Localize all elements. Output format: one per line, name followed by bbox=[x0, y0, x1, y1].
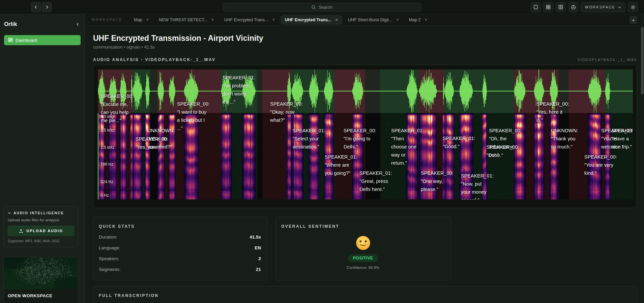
open-workspace-label: OPEN WORKSPACE bbox=[4, 289, 78, 298]
close-icon[interactable]: × bbox=[396, 18, 399, 22]
settings-button[interactable] bbox=[628, 2, 638, 12]
close-icon[interactable]: × bbox=[146, 18, 149, 22]
stat-row: Duration:41.5s bbox=[99, 231, 261, 242]
tab-5[interactable]: UHF Short-Burst Digit...× bbox=[344, 16, 403, 24]
app-name: Orlik bbox=[4, 21, 17, 28]
close-icon[interactable]: × bbox=[272, 18, 275, 22]
stat-label: Segments: bbox=[99, 267, 121, 272]
main-area: WORKSPACE Map×NEW THREAT DETECT...×UHF E… bbox=[85, 14, 641, 303]
grid-icon bbox=[546, 5, 551, 9]
sentiment-title: OVERALL SENTIMENT bbox=[281, 224, 445, 229]
stat-value: 41.5s bbox=[250, 235, 261, 240]
sentiment-badge: POSITIVE bbox=[348, 254, 378, 262]
sentiment-panel: OVERALL SENTIMENT POSITIVE bbox=[275, 217, 451, 280]
stat-label: Language: bbox=[99, 245, 120, 250]
stat-row: Language:EN bbox=[99, 242, 261, 253]
chevron-left-icon bbox=[76, 22, 80, 26]
search-input[interactable]: Search bbox=[223, 3, 421, 12]
tab-3[interactable]: UHF Encrypted Trans...× bbox=[220, 16, 279, 24]
content-area: UHF Encrypted Transmission - Airport Vic… bbox=[85, 26, 641, 303]
top-bar: Search WORKSPACE bbox=[0, 0, 644, 14]
tab-1[interactable]: Map× bbox=[130, 16, 153, 24]
tab-6[interactable]: Map 2× bbox=[405, 16, 431, 24]
stat-value: 21 bbox=[256, 267, 261, 272]
stat-value: EN bbox=[255, 245, 261, 250]
chevron-right-icon bbox=[45, 5, 49, 9]
sidebar-item-dashboard[interactable]: Dashboard bbox=[4, 35, 81, 45]
close-icon[interactable]: × bbox=[425, 18, 428, 22]
tab-label: NEW THREAT DETECT... bbox=[159, 18, 207, 22]
table-icon bbox=[558, 5, 563, 9]
page-subtitle: communication • signals • 41.5s bbox=[93, 44, 637, 51]
tab-label: UHF Encrypted Trans... bbox=[285, 18, 331, 22]
square-layout-icon bbox=[533, 5, 538, 9]
workspace-dropdown[interactable]: WORKSPACE bbox=[581, 2, 625, 12]
supported-formats: Supported: MP3, WAV, M4A, OGG bbox=[8, 239, 74, 243]
chevron-down-icon bbox=[618, 6, 621, 9]
stat-value: 2 bbox=[258, 256, 261, 261]
globe-view-button[interactable] bbox=[568, 2, 578, 12]
sidebar-collapse-button[interactable] bbox=[76, 22, 80, 26]
workspace-strip-label: WORKSPACE bbox=[92, 18, 122, 22]
full-transcription-title: FULL TRANSCRIPTION bbox=[99, 293, 631, 298]
stat-label: Duration: bbox=[99, 235, 117, 240]
chevron-down-icon bbox=[8, 211, 11, 215]
audio-intelligence-header[interactable]: AUDIO INTELLIGENCE bbox=[8, 211, 74, 215]
search-icon bbox=[312, 5, 316, 9]
vertical-scrollbar[interactable] bbox=[641, 14, 644, 303]
tab-label: UHF Encrypted Trans... bbox=[224, 18, 268, 22]
audio-filename: VIDEOPLAYBACK-_1_.WAV bbox=[578, 58, 637, 62]
scrollbar-thumb[interactable] bbox=[641, 27, 644, 94]
add-tab-button[interactable]: + bbox=[630, 16, 637, 24]
stat-row: Speakers:2 bbox=[99, 253, 261, 264]
upload-icon bbox=[19, 229, 23, 233]
stat-row: Segments:21 bbox=[99, 264, 261, 275]
audio-intelligence-panel: AUDIO INTELLIGENCE Upload audio files fo… bbox=[3, 206, 79, 247]
tab-4[interactable]: UHF Encrypted Trans...× bbox=[281, 16, 342, 24]
page-title: UHF Encrypted Transmission - Airport Vic… bbox=[93, 33, 637, 43]
upload-audio-label: UPLOAD AUDIO bbox=[26, 229, 63, 233]
audio-intelligence-title: AUDIO INTELLIGENCE bbox=[13, 211, 64, 215]
audio-intelligence-subtitle: Upload audio files for analysis bbox=[8, 218, 74, 222]
forward-button[interactable] bbox=[42, 2, 52, 12]
audio-visualization: 4.0 kHz2.5 kHz1.5 kHz799 Hz324 Hz0 Hz SP… bbox=[98, 70, 633, 199]
gear-icon bbox=[631, 5, 636, 10]
globe-icon bbox=[571, 5, 576, 10]
full-transcription-card: FULL TRANSCRIPTION bbox=[93, 286, 637, 303]
search-placeholder: Search bbox=[319, 5, 332, 10]
workspace-map-card[interactable]: OPEN WORKSPACE bbox=[3, 257, 79, 303]
dashboard-label: Dashboard bbox=[16, 38, 37, 43]
layout-table-button[interactable] bbox=[556, 2, 566, 12]
close-icon[interactable]: × bbox=[335, 18, 338, 22]
dashboard-icon bbox=[8, 38, 13, 43]
layout-single-button[interactable] bbox=[531, 2, 541, 12]
audio-analysis-card: 4.0 kHz2.5 kHz1.5 kHz799 Hz324 Hz0 Hz SP… bbox=[93, 65, 637, 208]
waveform-spectrogram-canvas[interactable] bbox=[98, 70, 633, 199]
stat-label: Speakers: bbox=[99, 256, 119, 261]
tab-label: UHF Short-Burst Digit... bbox=[348, 18, 392, 22]
tab-strip: WORKSPACE Map×NEW THREAT DETECT...×UHF E… bbox=[85, 14, 641, 26]
audio-analysis-header: AUDIO ANALYSIS - VIDEOPLAYBACK-_1_.WAV bbox=[93, 57, 216, 62]
layout-grid-button[interactable] bbox=[543, 2, 553, 12]
tab-label: Map bbox=[134, 18, 142, 22]
upload-audio-button[interactable]: UPLOAD AUDIO bbox=[8, 226, 74, 236]
tab-label: Map 2 bbox=[409, 18, 421, 22]
sentiment-confidence: Confidence: 99.9% bbox=[347, 266, 379, 270]
tab-2[interactable]: NEW THREAT DETECT...× bbox=[155, 16, 218, 24]
workspace-map-thumbnail[interactable] bbox=[4, 257, 78, 289]
workspace-dropdown-label: WORKSPACE bbox=[585, 5, 615, 9]
smiley-emoji-icon bbox=[355, 235, 371, 251]
chevron-left-icon bbox=[34, 5, 38, 9]
quick-stats-panel: QUICK STATS Duration:41.5sLanguage:ENSpe… bbox=[93, 217, 267, 280]
sidebar: Orlik Dashboard AUDIO INTELLIGENCE Uploa… bbox=[0, 14, 85, 303]
quick-stats-title: QUICK STATS bbox=[99, 224, 261, 229]
back-button[interactable] bbox=[31, 2, 41, 12]
close-icon[interactable]: × bbox=[211, 18, 214, 22]
